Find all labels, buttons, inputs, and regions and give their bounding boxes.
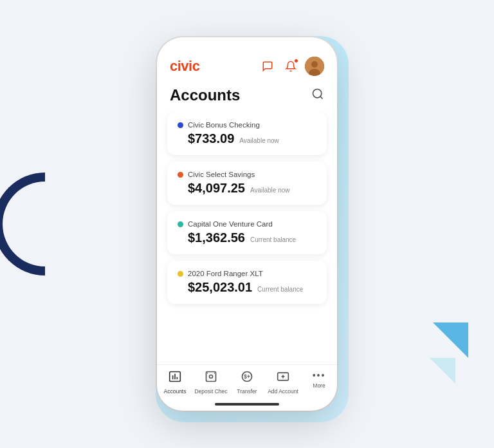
notification-dot: [294, 59, 298, 63]
svg-point-9: [210, 375, 213, 378]
account-balance-credit: $1,362.56: [188, 230, 245, 245]
account-name-checking: Civic Bonus Checking: [188, 121, 260, 129]
svg-point-1: [311, 61, 318, 68]
page-title: Accounts: [170, 86, 240, 104]
home-indicator: [215, 403, 279, 406]
scene: civic: [0, 0, 494, 448]
avatar[interactable]: [305, 57, 324, 76]
nav-item-add-account[interactable]: Add Account: [265, 370, 301, 395]
account-name-row: 2020 Ford Ranger XLT: [178, 270, 316, 277]
avatar-image: [305, 57, 324, 76]
nav-item-more[interactable]: ••• More: [301, 370, 337, 389]
account-card-credit[interactable]: Capital One Venture Card $1,362.56 Curre…: [167, 211, 327, 254]
account-dot-checking: [178, 122, 183, 128]
search-icon: [311, 88, 324, 100]
search-icon-button[interactable]: [311, 88, 324, 104]
account-dot-credit: [178, 221, 183, 227]
nav-item-transfer[interactable]: $+ Transfer: [229, 370, 265, 395]
account-name-vehicle: 2020 Ford Ranger XLT: [188, 270, 263, 277]
phone-shell: civic: [157, 37, 337, 411]
header-icons: [259, 57, 324, 76]
account-dot-savings: [178, 172, 183, 178]
account-status-checking: Available now: [239, 137, 279, 144]
svg-text:$+: $+: [244, 373, 250, 380]
nav-label-deposit: Deposit Chec: [194, 388, 227, 395]
nav-label-add-account: Add Account: [268, 388, 298, 395]
chat-icon: [262, 61, 273, 72]
nav-icon-more: •••: [313, 370, 326, 380]
account-balance-vehicle: $25,023.01: [188, 280, 252, 295]
nav-label-transfer: Transfer: [237, 388, 257, 395]
account-balance-row-checking: $733.09 Available now: [178, 131, 316, 146]
transfer-nav-icon: $+: [241, 370, 253, 383]
nav-item-accounts[interactable]: Accounts: [157, 370, 193, 395]
account-name-savings: Civic Select Savings: [188, 171, 255, 178]
app-header: civic: [157, 46, 337, 81]
deposit-nav-icon: [205, 370, 217, 383]
account-dot-vehicle: [178, 271, 183, 277]
svg-point-3: [313, 89, 322, 97]
account-balance-row-savings: $4,097.25 Available now: [178, 181, 316, 196]
nav-icon-accounts: [169, 370, 181, 386]
svg-point-10: [207, 373, 208, 374]
account-balance-checking: $733.09: [188, 131, 234, 146]
triangle-decoration-1: [433, 322, 468, 358]
account-status-savings: Available now: [250, 187, 290, 194]
nav-label-accounts: Accounts: [164, 388, 187, 395]
account-card-vehicle[interactable]: 2020 Ford Ranger XLT $25,023.01 Current …: [167, 261, 327, 304]
nav-icon-transfer: $+: [241, 370, 253, 386]
phone-content: civic: [157, 37, 337, 411]
account-balance-row-credit: $1,362.56 Current balance: [178, 230, 316, 245]
nav-icon-add-account: [277, 370, 289, 386]
nav-icon-deposit: [205, 370, 217, 386]
account-balance-savings: $4,097.25: [188, 181, 245, 196]
page-title-row: Accounts: [157, 81, 337, 112]
nav-item-deposit[interactable]: Deposit Chec: [193, 370, 229, 395]
account-name-row: Civic Select Savings: [178, 171, 316, 178]
account-card-checking[interactable]: Civic Bonus Checking $733.09 Available n…: [167, 112, 327, 155]
bell-icon-button[interactable]: [282, 57, 300, 75]
app-logo: civic: [170, 58, 199, 75]
account-name-row: Civic Bonus Checking: [178, 121, 316, 129]
nav-label-more: More: [313, 382, 325, 389]
account-card-savings[interactable]: Civic Select Savings $4,097.25 Available…: [167, 162, 327, 205]
add-account-nav-icon: [277, 370, 289, 383]
account-name-credit: Capital One Venture Card: [188, 220, 273, 228]
account-name-row: Capital One Venture Card: [178, 220, 316, 228]
chat-icon-button[interactable]: [259, 57, 277, 75]
account-status-vehicle: Current balance: [257, 286, 303, 293]
account-status-credit: Current balance: [250, 236, 296, 243]
arc-decoration: [0, 173, 45, 275]
triangle-decoration-2: [430, 358, 455, 384]
accounts-list: Civic Bonus Checking $733.09 Available n…: [157, 112, 337, 364]
svg-point-11: [214, 373, 215, 374]
status-bar: [157, 37, 337, 46]
account-balance-row-vehicle: $25,023.01 Current balance: [178, 280, 316, 295]
accounts-nav-icon: [169, 370, 181, 383]
